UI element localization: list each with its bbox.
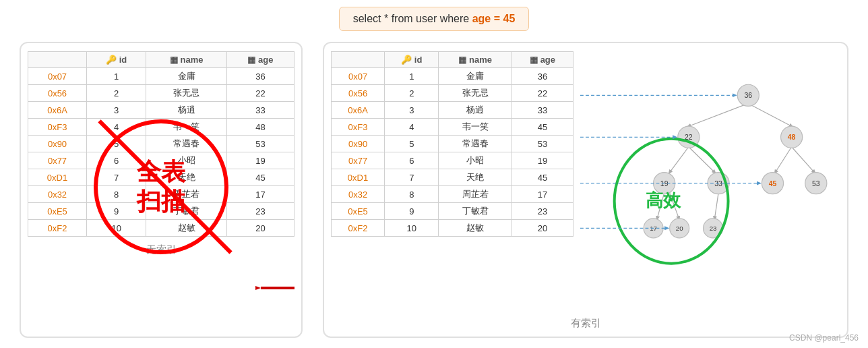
left-cell-age: 19 [226,152,294,169]
left-cell-name: 杨逍 [146,102,227,119]
right-panel-label: 有索引 [331,317,840,330]
left-cell-addr: 0xE5 [28,203,87,220]
left-cell-age: 17 [226,186,294,203]
left-cell-age: 20 [226,220,294,237]
left-cell-id: 3 [87,102,146,119]
left-col-name: ▦ name [146,52,227,68]
right-col-addr [332,52,385,68]
right-cell-id: 6 [385,152,439,169]
right-cell-id: 4 [385,119,439,136]
right-table-row: 0xF2 10 赵敏 20 [332,220,574,237]
right-cell-addr: 0x32 [332,186,385,203]
left-cell-name: 常遇春 [146,136,227,152]
left-table-row: 0xF2 10 赵敏 20 [28,220,294,237]
left-col-id: 🔑 id [87,52,146,68]
svg-text:45: 45 [769,180,777,187]
left-cell-age: 23 [226,203,294,220]
right-table-row: 0xF3 4 韦一笑 45 [332,119,574,136]
right-cell-id: 8 [385,186,439,203]
svg-line-6 [776,147,792,173]
svg-text:高效: 高效 [646,190,681,210]
left-cell-id: 6 [87,152,146,169]
right-table: 🔑 id ▦ name ▦ age 0x07 1 金庸 36 0x56 2 张无… [331,51,574,237]
watermark: CSDN @pearl_456 [789,333,859,343]
left-table-row: 0xD1 7 天绝 45 [28,169,294,186]
left-panel-label: 无索引 [28,243,294,256]
left-cell-id: 9 [87,203,146,220]
right-col-age: ▦ age [512,52,574,68]
right-cell-id: 5 [385,136,439,152]
right-panel: 🔑 id ▦ name ▦ age 0x07 1 金庸 36 0x56 2 张无… [323,42,848,338]
right-cell-id: 1 [385,68,439,85]
right-table-row: 0xD1 7 天绝 45 [332,169,574,186]
left-table-row: 0x6A 3 杨逍 33 [28,102,294,119]
left-cell-addr: 0xF2 [28,220,87,237]
left-table: 🔑 id ▦ name ▦ age 0x07 1 金庸 36 0x56 2 张无… [28,51,294,237]
left-cell-id: 2 [87,85,146,102]
left-cell-addr: 0xD1 [28,169,87,186]
right-cell-addr: 0x77 [332,152,385,169]
left-cell-addr: 0x90 [28,136,87,152]
right-cell-name: 小昭 [439,152,512,169]
right-col-name: ▦ name [439,52,512,68]
left-table-row: 0xF3 4 韦一笑 48 [28,119,294,136]
right-cell-age: 22 [512,85,574,102]
tree-section: 36 22 48 19 33 45 [580,51,840,310]
left-panel: 🔑 id ▦ name ▦ age 0x07 1 金庸 36 0x56 2 张无… [20,42,303,338]
right-table-row: 0x90 5 常遇春 53 [332,136,574,152]
right-cell-addr: 0xD1 [332,169,385,186]
left-cell-age: 45 [226,169,294,186]
svg-line-3 [748,103,791,126]
left-cell-name: 周芷若 [146,186,227,203]
right-cell-addr: 0x90 [332,136,385,152]
right-table-row: 0x07 1 金庸 36 [332,68,574,85]
left-cell-id: 5 [87,136,146,152]
left-table-row: 0xE5 9 丁敏君 23 [28,203,294,220]
svg-text:20: 20 [676,225,683,232]
right-cell-age: 33 [512,102,574,119]
left-table-row: 0x56 2 张无忌 22 [28,85,294,102]
right-cell-name: 金庸 [439,68,512,85]
right-table-row: 0x6A 3 杨逍 33 [332,102,574,119]
left-cell-age: 36 [226,68,294,85]
right-cell-id: 2 [385,85,439,102]
left-cell-name: 金庸 [146,68,227,85]
left-cell-id: 10 [87,220,146,237]
right-table-row: 0x77 6 小昭 19 [332,152,574,169]
right-cell-addr: 0xF3 [332,119,385,136]
right-table-row: 0x56 2 张无忌 22 [332,85,574,102]
svg-line-2 [689,103,748,126]
left-cell-age: 53 [226,136,294,152]
left-cell-age: 22 [226,85,294,102]
right-cell-addr: 0x6A [332,102,385,119]
right-cell-age: 45 [512,119,574,136]
svg-line-10 [714,193,718,219]
right-cell-id: 9 [385,203,439,220]
left-cell-name: 张无忌 [146,85,227,102]
left-cell-id: 4 [87,119,146,136]
left-cell-age: 33 [226,102,294,119]
right-cell-age: 23 [512,203,574,220]
right-cell-age: 53 [512,136,574,152]
sql-banner: select * from user where age = 45 [339,7,530,31]
right-cell-id: 10 [385,220,439,237]
left-table-row: 0x32 8 周芷若 17 [28,186,294,203]
svg-text:48: 48 [788,134,796,141]
right-cell-age: 45 [512,169,574,186]
sql-prefix: select * from user where [353,13,472,24]
left-table-row: 0x90 5 常遇春 53 [28,136,294,152]
left-col-age: ▦ age [226,52,294,68]
left-cell-id: 1 [87,68,146,85]
svg-text:23: 23 [710,225,717,232]
right-cell-addr: 0x56 [332,85,385,102]
right-inner: 🔑 id ▦ name ▦ age 0x07 1 金庸 36 0x56 2 张无… [331,51,840,310]
left-cell-addr: 0x77 [28,152,87,169]
right-table-row: 0xE5 9 丁敏君 23 [332,203,574,220]
right-cell-id: 3 [385,102,439,119]
left-cell-addr: 0x32 [28,186,87,203]
left-table-row: 0x77 6 小昭 19 [28,152,294,169]
right-cell-age: 36 [512,68,574,85]
right-table-section: 🔑 id ▦ name ▦ age 0x07 1 金庸 36 0x56 2 张无… [331,51,574,310]
right-cell-id: 7 [385,169,439,186]
left-cell-addr: 0x6A [28,102,87,119]
